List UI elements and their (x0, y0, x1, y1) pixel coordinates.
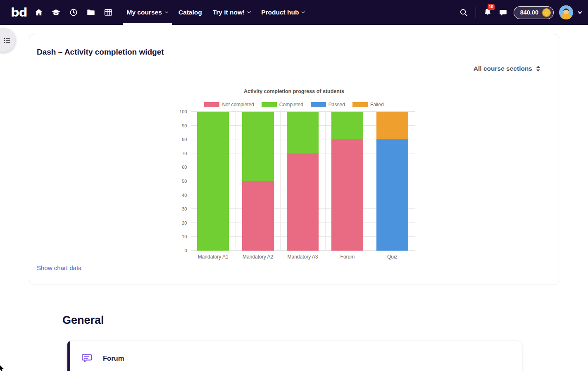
y-axis-tick-label: 90 (182, 123, 187, 128)
x-axis-label: Forum (325, 254, 370, 260)
quick-icons (34, 7, 113, 17)
list-icon (3, 36, 11, 44)
x-axis-label: Mandatory A1 (191, 254, 236, 260)
chart-y-axis: 0102030405060708090100 (174, 112, 191, 251)
y-axis-tick-label: 0 (184, 248, 187, 253)
bar-segment-completed (331, 112, 363, 139)
chart-legend: Not completedCompletedPassedFailed (174, 102, 415, 108)
bar-segment-not-completed (331, 139, 363, 251)
x-axis-label: Quiz (370, 254, 414, 260)
legend-label: Completed (279, 102, 303, 108)
chart-title: Activity completion progress of students (174, 89, 415, 94)
legend-swatch (262, 102, 277, 107)
chevron-down-icon (165, 10, 168, 13)
y-axis-tick-label: 10 (182, 234, 187, 239)
user-avatar[interactable] (559, 5, 573, 19)
widget-title: Dash – Activity completion widget (37, 48, 164, 57)
y-axis-tick-label: 50 (182, 179, 187, 184)
x-axis-label: Mandatory A2 (236, 254, 280, 260)
y-axis-tick-label: 70 (182, 151, 187, 156)
graduation-cap-icon[interactable] (51, 7, 61, 17)
mouse-cursor (0, 364, 5, 371)
y-axis-tick-label: 100 (179, 109, 187, 114)
legend-swatch (352, 102, 368, 107)
legend-swatch (311, 102, 326, 107)
legend-label: Failed (370, 102, 384, 108)
legend-item-not-completed[interactable]: Not completed (204, 102, 254, 108)
clock-icon[interactable] (69, 7, 79, 17)
profile-chevron-down-icon[interactable] (578, 10, 582, 14)
navbar-right: 10 840.00 (459, 5, 581, 19)
show-chart-data-link[interactable]: Show chart data (37, 264, 81, 271)
forum-icon (81, 352, 93, 364)
chart-plot-area (191, 112, 415, 251)
nav-link-my-courses[interactable]: My courses (121, 0, 173, 25)
activity-accent-bar (67, 341, 70, 371)
balance-amount: 840.00 (520, 9, 538, 16)
top-navbar: bd My courses Catalog Try it now! (0, 0, 588, 25)
nav-link-product-hub[interactable]: Product hub (256, 0, 310, 25)
legend-item-passed[interactable]: Passed (311, 102, 345, 108)
bar-mandatory-a2[interactable] (236, 112, 280, 251)
bar-segment-passed (376, 139, 408, 251)
activity-card-forum[interactable]: Forum (67, 341, 522, 371)
search-icon[interactable] (459, 7, 469, 17)
bar-mandatory-a3[interactable] (280, 112, 325, 251)
activity-name[interactable]: Forum (103, 354, 124, 362)
coins-balance-button[interactable]: 840.00 (514, 6, 554, 19)
bar-segment-not-completed (287, 153, 319, 251)
course-index-button[interactable] (0, 29, 15, 52)
y-axis-tick-label: 30 (182, 206, 187, 211)
folder-icon[interactable] (86, 7, 96, 17)
coin-icon (542, 8, 551, 17)
activity-row: Forum (67, 341, 522, 364)
chevron-down-icon (248, 10, 251, 13)
nav-link-label: My courses (127, 9, 162, 16)
messages-icon[interactable] (498, 7, 508, 17)
bar-segment-not-completed (242, 181, 274, 251)
grid-icon[interactable] (103, 7, 113, 17)
x-axis-label: Mandatory A3 (280, 254, 325, 260)
activity-completion-widget: Dash – Activity completion widget All co… (29, 34, 559, 285)
bar-forum[interactable] (325, 112, 370, 251)
navbar-divider (476, 7, 476, 18)
chevron-down-icon (302, 10, 305, 13)
notification-badge: 10 (488, 4, 495, 10)
chart-x-labels: Mandatory A1Mandatory A2Mandatory A3Foru… (191, 254, 415, 260)
nav-link-try-it-now[interactable]: Try it now! (207, 0, 256, 25)
legend-swatch (204, 102, 219, 107)
nav-link-label: Catalog (179, 9, 202, 16)
bar-segment-failed (376, 112, 408, 139)
brand-logo[interactable]: bd (11, 5, 27, 19)
legend-label: Passed (329, 102, 345, 108)
nav-link-catalog[interactable]: Catalog (173, 0, 207, 25)
y-axis-tick-label: 40 (182, 193, 187, 198)
bar-quiz[interactable] (370, 112, 414, 251)
y-axis-tick-label: 60 (182, 165, 187, 170)
chart-body: 0102030405060708090100 (174, 112, 415, 251)
filter-label: All course sections (474, 65, 532, 72)
v-gridline (415, 112, 415, 251)
bar-mandatory-a1[interactable] (191, 112, 236, 251)
y-axis-tick-label: 20 (182, 220, 187, 225)
legend-item-completed[interactable]: Completed (262, 102, 303, 108)
notifications-button[interactable]: 10 (483, 7, 493, 17)
legend-label: Not completed (222, 102, 254, 108)
bar-segment-completed (287, 112, 319, 153)
stacked-bar-chart: Activity completion progress of students… (174, 89, 415, 260)
bar-segment-completed (242, 112, 274, 181)
nav-link-label: Product hub (261, 9, 299, 16)
bar-segment-completed (197, 112, 229, 251)
sort-arrows-icon (536, 65, 540, 72)
home-icon[interactable] (34, 7, 44, 17)
y-axis-tick-label: 80 (182, 137, 187, 142)
course-sections-filter[interactable]: All course sections (474, 65, 540, 72)
section-heading-general: General (62, 314, 104, 327)
nav-link-label: Try it now! (213, 9, 245, 16)
main-nav: My courses Catalog Try it now! Product h… (121, 0, 310, 25)
legend-item-failed[interactable]: Failed (352, 102, 384, 108)
